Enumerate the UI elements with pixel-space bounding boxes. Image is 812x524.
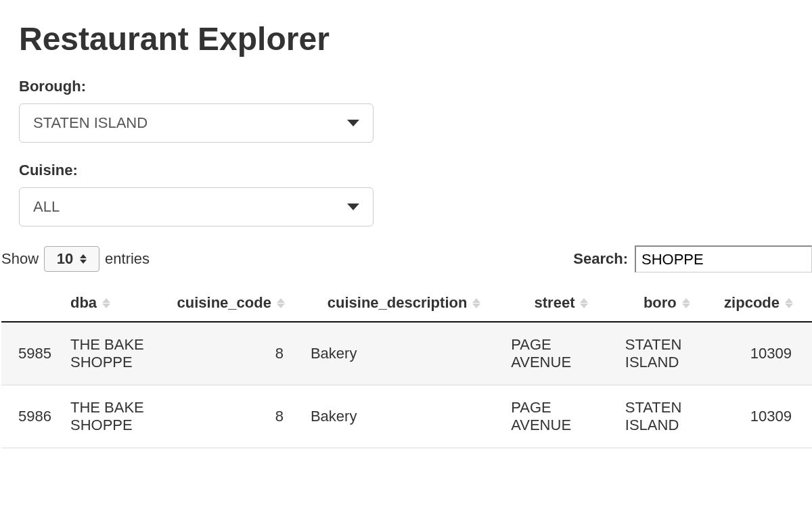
column-header-street[interactable]: street — [504, 285, 618, 322]
results-table: dba cuisine_code cuisine_description — [1, 285, 812, 448]
cell-cuisine-description: Bakery — [304, 322, 504, 385]
cell-index: 5985 — [1, 322, 64, 385]
table-row: 5985 THE BAKE SHOPPE 8 Bakery PAGE AVENU… — [1, 322, 812, 385]
borough-select[interactable]: STATEN ISLAND — [19, 103, 374, 143]
sort-icon — [472, 298, 480, 308]
cell-dba: THE BAKE SHOPPE — [64, 322, 167, 385]
borough-filter-group: Borough: STATEN ISLAND — [19, 78, 812, 143]
cell-cuisine-description: Bakery — [304, 385, 504, 448]
chevron-down-icon — [347, 204, 359, 210]
column-label: boro — [644, 294, 677, 312]
sort-icon — [682, 298, 690, 308]
cell-street: PAGE AVENUE — [504, 322, 618, 385]
show-entries-control: Show 10 entries — [1, 246, 150, 272]
column-label: street — [535, 294, 575, 312]
search-input[interactable] — [635, 245, 812, 272]
show-label: Show — [1, 250, 39, 268]
cell-boro: STATEN ISLAND — [618, 322, 715, 385]
column-label: zipcode — [724, 294, 780, 312]
table-header-row: dba cuisine_code cuisine_description — [1, 285, 812, 322]
column-header-index[interactable] — [1, 285, 64, 322]
table-row: 5986 THE BAKE SHOPPE 8 Bakery PAGE AVENU… — [1, 385, 812, 448]
sort-icon — [102, 298, 110, 308]
cuisine-select-value: ALL — [33, 198, 347, 216]
cell-street: PAGE AVENUE — [504, 385, 618, 448]
chevron-down-icon — [347, 120, 359, 126]
sort-icon — [277, 298, 285, 308]
column-header-cuisine-code[interactable]: cuisine_code — [167, 285, 304, 322]
cuisine-label: Cuisine: — [19, 162, 812, 179]
cell-zipcode: 10309 — [715, 385, 812, 448]
column-label: cuisine_code — [177, 294, 271, 312]
cell-cuisine-code: 8 — [167, 385, 304, 448]
cell-zipcode: 10309 — [715, 322, 812, 385]
column-label: dba — [70, 294, 97, 312]
sort-icon — [785, 298, 793, 308]
stepper-arrows-icon — [80, 254, 87, 264]
page-size-select[interactable]: 10 — [44, 246, 99, 272]
cell-cuisine-code: 8 — [167, 322, 304, 385]
page-size-value: 10 — [57, 250, 73, 268]
column-label: cuisine_description — [328, 294, 468, 312]
column-header-dba[interactable]: dba — [64, 285, 167, 322]
column-header-cuisine-description[interactable]: cuisine_description — [304, 285, 504, 322]
search-label: Search: — [573, 250, 628, 268]
borough-select-value: STATEN ISLAND — [33, 114, 347, 132]
entries-label: entries — [105, 250, 150, 268]
borough-label: Borough: — [19, 78, 812, 95]
column-header-boro[interactable]: boro — [618, 285, 715, 322]
search-control: Search: — [573, 245, 812, 272]
sort-icon — [580, 298, 588, 308]
main-container: Restaurant Explorer Borough: STATEN ISLA… — [0, 0, 812, 448]
cell-index: 5986 — [1, 385, 64, 448]
cell-dba: THE BAKE SHOPPE — [64, 385, 167, 448]
cuisine-select[interactable]: ALL — [19, 187, 374, 227]
page-title: Restaurant Explorer — [19, 20, 812, 57]
cuisine-filter-group: Cuisine: ALL — [19, 162, 812, 227]
cell-boro: STATEN ISLAND — [618, 385, 715, 448]
table-controls: Show 10 entries Search: — [1, 245, 812, 272]
column-header-zipcode[interactable]: zipcode — [715, 285, 812, 322]
